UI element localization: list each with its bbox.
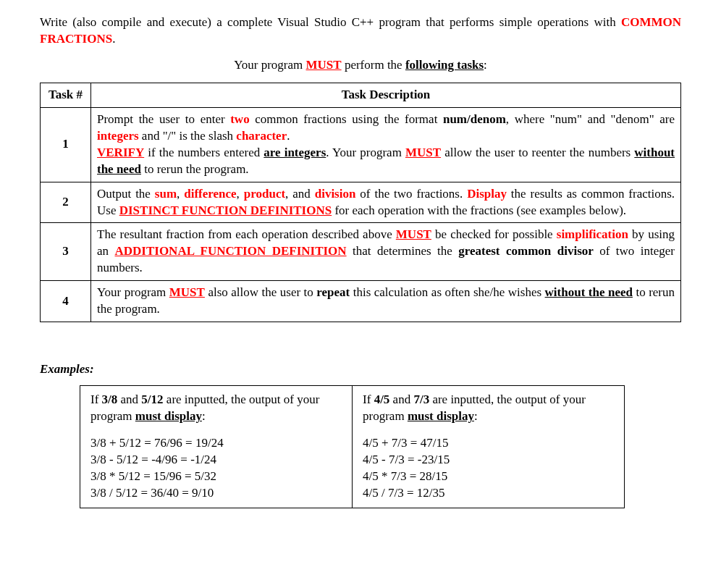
intro-pre: Write (also compile and execute) a compl… bbox=[40, 15, 621, 29]
table-row: If 3/8 and 5/12 are inputted, the output… bbox=[80, 386, 625, 508]
examples-heading: Examples: bbox=[40, 362, 681, 377]
example1-line2: 3/8 - 5/12 = -4/96 = -1/24 bbox=[90, 452, 342, 469]
example1-cell: If 3/8 and 5/12 are inputted, the output… bbox=[80, 386, 353, 508]
table-row: 4 Your program MUST also allow the user … bbox=[41, 281, 681, 322]
t1pc: allow the user to reenter the numbers bbox=[441, 146, 634, 159]
t4must: MUST bbox=[169, 285, 205, 299]
t1areint: are integers bbox=[263, 146, 326, 159]
examples-heading-text: Examples: bbox=[40, 362, 94, 376]
example1-line1: 3/8 + 5/12 = 76/96 = 19/24 bbox=[90, 435, 342, 452]
hdr-task-num: Task # bbox=[41, 83, 91, 107]
e2d: : bbox=[474, 409, 478, 423]
example2-line2: 4/5 - 7/3 = -23/15 bbox=[363, 452, 614, 469]
t1char: character bbox=[236, 129, 287, 143]
example2-line1: 4/5 + 7/3 = 47/15 bbox=[363, 435, 614, 452]
t1c: , where "num" and "denom" are bbox=[506, 112, 675, 126]
t4rep: repeat bbox=[316, 285, 350, 299]
t3b: be checked for possible bbox=[431, 227, 557, 241]
t3afd: ADDITIONAL FUNCTION DEFINITION bbox=[115, 244, 347, 258]
e1f2: 5/12 bbox=[141, 392, 163, 406]
t1pmust: MUST bbox=[405, 146, 441, 159]
t2sum: sum bbox=[155, 187, 177, 201]
intro-post: . bbox=[112, 32, 115, 46]
must-word: MUST bbox=[306, 58, 342, 72]
examples-table: If 3/8 and 5/12 are inputted, the output… bbox=[80, 385, 625, 508]
example2-intro: If 4/5 and 7/3 are inputted, the output … bbox=[363, 392, 614, 425]
must-mid: perform the bbox=[342, 58, 405, 72]
e2f2: 7/3 bbox=[413, 392, 429, 406]
task1-p2: VERIFY if the numbers entered are intege… bbox=[97, 145, 675, 178]
t3simp: simplification bbox=[557, 227, 628, 241]
t1pd: to rerun the program. bbox=[141, 162, 249, 176]
table-header-row: Task # Task Description bbox=[41, 83, 681, 107]
hdr-task-desc: Task Description bbox=[91, 83, 681, 107]
t3a: The resultant fraction from each operati… bbox=[97, 227, 396, 241]
t3gcd: greatest common divisor bbox=[458, 244, 594, 258]
example2-line3: 4/5 * 7/3 = 28/15 bbox=[363, 469, 614, 485]
example2-line4: 4/5 / 7/3 = 12/35 bbox=[363, 485, 614, 502]
e2md: must display bbox=[408, 409, 474, 423]
e1b: and bbox=[117, 392, 141, 406]
t1pa: if the numbers entered bbox=[144, 146, 263, 159]
t1two: two bbox=[230, 112, 249, 126]
example1-intro: If 3/8 and 5/12 are inputted, the output… bbox=[90, 392, 342, 425]
t4b: also allow the user to bbox=[205, 285, 316, 299]
task4-num: 4 bbox=[41, 281, 91, 322]
t1verify: VERIFY bbox=[97, 146, 144, 159]
t1a: Prompt the user to enter bbox=[97, 112, 230, 126]
e2b: and bbox=[389, 392, 413, 406]
task3-num: 3 bbox=[41, 223, 91, 281]
t2div: division bbox=[315, 187, 356, 201]
t4c: this calculation as often she/he wishes bbox=[350, 285, 544, 299]
must-line: Your program MUST perform the following … bbox=[40, 58, 681, 72]
table-row: 1 Prompt the user to enter two common fr… bbox=[41, 107, 681, 182]
t1d: and "/" is the slash bbox=[139, 129, 237, 143]
t2dfd: DISTINCT FUNCTION DEFINITIONS bbox=[119, 203, 332, 217]
t2prod: product bbox=[244, 187, 285, 201]
tasks-table: Task # Task Description 1 Prompt the use… bbox=[40, 83, 681, 322]
e2a: If bbox=[363, 392, 374, 406]
example1-line3: 3/8 * 5/12 = 15/96 = 5/32 bbox=[90, 469, 342, 485]
must-post: : bbox=[484, 58, 487, 72]
e2f1: 4/5 bbox=[374, 392, 390, 406]
task1-num: 1 bbox=[41, 107, 91, 182]
e1a: If bbox=[90, 392, 102, 406]
t2c2: , bbox=[237, 187, 244, 201]
t1fmt: num/denom bbox=[443, 112, 506, 126]
e1md: must display bbox=[135, 409, 202, 423]
task1-desc: Prompt the user to enter two common frac… bbox=[91, 107, 681, 182]
task2-desc: Output the sum, difference, product, and… bbox=[91, 182, 681, 223]
t2c1: , bbox=[177, 187, 184, 201]
e1f1: 3/8 bbox=[102, 392, 118, 406]
table-row: 3 The resultant fraction from each opera… bbox=[41, 223, 681, 281]
must-pre: Your program bbox=[234, 58, 305, 72]
t3d: that determines the bbox=[347, 244, 459, 258]
t1b: common fractions using the format bbox=[250, 112, 443, 126]
t2b: of the two fractions. bbox=[355, 187, 467, 201]
t1pb: . Your program bbox=[326, 146, 405, 159]
t1e: . bbox=[287, 129, 290, 143]
must-tasks: following tasks bbox=[405, 58, 484, 72]
task2-num: 2 bbox=[41, 182, 91, 223]
t4a: Your program bbox=[97, 285, 169, 299]
t3must: MUST bbox=[396, 227, 431, 241]
task1-p1: Prompt the user to enter two common frac… bbox=[97, 112, 675, 145]
t1int: integers bbox=[97, 129, 139, 143]
t2a: Output the bbox=[97, 187, 155, 201]
t4need: without the need bbox=[545, 285, 633, 299]
t2c3: , and bbox=[285, 187, 315, 201]
t2diff: difference bbox=[184, 187, 236, 201]
e1d: : bbox=[202, 409, 206, 423]
t2disp: Display bbox=[467, 187, 507, 201]
task4-desc: Your program MUST also allow the user to… bbox=[91, 281, 681, 322]
t2d: for each operation with the fractions (s… bbox=[332, 203, 626, 217]
example2-cell: If 4/5 and 7/3 are inputted, the output … bbox=[353, 386, 625, 508]
task3-desc: The resultant fraction from each operati… bbox=[91, 223, 681, 281]
example1-line4: 3/8 / 5/12 = 36/40 = 9/10 bbox=[90, 485, 342, 502]
table-row: 2 Output the sum, difference, product, a… bbox=[41, 182, 681, 223]
intro-paragraph: Write (also compile and execute) a compl… bbox=[40, 14, 681, 48]
